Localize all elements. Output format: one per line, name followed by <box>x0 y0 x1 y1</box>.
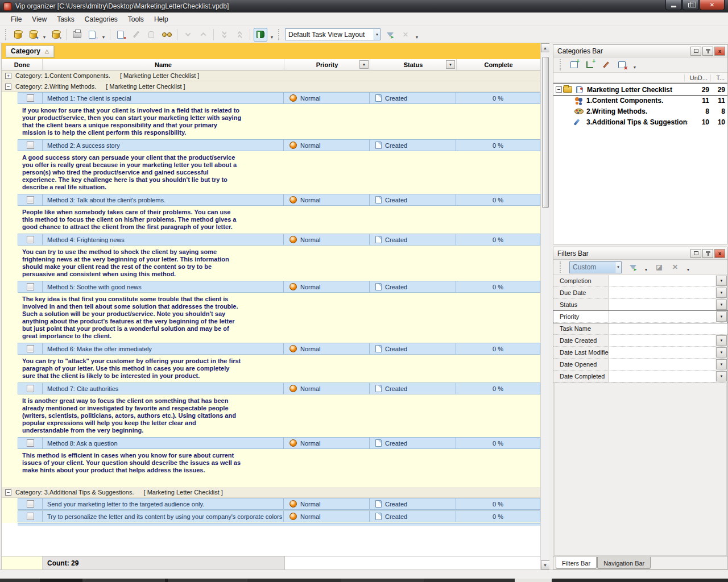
status-cell[interactable]: Created <box>370 140 456 151</box>
priority-cell[interactable]: Normal <box>284 93 370 103</box>
status-cell[interactable]: Created <box>370 343 456 354</box>
done-checkbox[interactable] <box>27 500 34 508</box>
filter-value-field[interactable] <box>609 275 715 286</box>
move-down-button[interactable] <box>181 28 195 41</box>
menu-item[interactable]: Categories <box>80 14 123 25</box>
done-checkbox[interactable] <box>27 385 34 392</box>
panel-close-button[interactable]: x <box>714 249 725 258</box>
task-name-cell[interactable]: Method 7: Cite authorities <box>43 383 284 394</box>
priority-cell[interactable]: Normal <box>284 498 370 509</box>
close-button[interactable]: ✕ <box>700 0 725 10</box>
layout-options-caret[interactable]: ▼ <box>414 28 420 41</box>
restore-button[interactable] <box>682 0 699 10</box>
categories-toolbar-caret[interactable]: ▼ <box>632 58 638 72</box>
group-by-category-chip[interactable]: Category △ <box>6 45 54 57</box>
move-up-button[interactable] <box>196 28 210 41</box>
done-checkbox[interactable] <box>27 283 34 290</box>
filter-dropdown-button[interactable]: ▼ <box>716 347 727 357</box>
task-name-cell[interactable]: Method 2: A success story <box>43 140 284 151</box>
task-row[interactable]: Method 8: Ask a question Normal Created … <box>2 437 540 450</box>
task-name-cell[interactable]: Try to personalize the letter and its co… <box>43 511 284 522</box>
task-name-cell[interactable]: Method 4: Frightening news <box>43 234 284 245</box>
priority-cell[interactable]: Normal <box>284 511 370 522</box>
expand-collapse-icon[interactable]: − <box>5 84 11 90</box>
view-layout-button[interactable] <box>254 28 267 41</box>
filter-row[interactable]: Date Last Modified ▼ <box>553 347 727 359</box>
filter-field-label[interactable]: Date Completed <box>553 371 609 382</box>
priority-filter-button[interactable]: ▼ <box>359 60 369 69</box>
print-preview-button[interactable]: ◌ <box>85 28 99 41</box>
complete-cell[interactable]: 0 % <box>456 498 540 509</box>
panel-restore-button[interactable] <box>690 249 701 258</box>
expand-collapse-icon[interactable]: + <box>5 73 11 79</box>
move-bottom-button[interactable] <box>217 28 231 41</box>
task-row[interactable]: Method 4: Frightening news Normal Create… <box>2 234 540 246</box>
filter-value-field[interactable] <box>609 335 715 346</box>
apply-layout-button[interactable] <box>383 28 397 41</box>
print-button[interactable] <box>70 28 84 41</box>
category-group-row[interactable]: + Category: 1.Content Components. [ Mark… <box>2 70 540 81</box>
filter-row[interactable]: Date Opened ▼ <box>553 359 727 371</box>
status-filter-button[interactable]: ▼ <box>446 60 455 69</box>
filter-value-field[interactable] <box>609 299 715 310</box>
erase-filter-button[interactable]: ◪ <box>653 261 665 273</box>
task-name-cell[interactable]: Method 5: Soothe with good news <box>43 281 284 292</box>
task-row[interactable]: Method 2: A success story Normal Created… <box>2 139 540 152</box>
filter-dropdown-button[interactable]: ▼ <box>716 359 727 369</box>
status-cell[interactable]: Created <box>370 194 456 205</box>
task-row[interactable]: Method 1: The client is special Normal C… <box>2 92 540 105</box>
panel-tab[interactable]: Filters Bar <box>556 557 597 569</box>
filter-value-field[interactable] <box>609 323 727 334</box>
done-checkbox[interactable] <box>27 142 34 149</box>
done-checkbox[interactable] <box>27 439 34 447</box>
category-tree-item[interactable]: − Marketing Letter Checklist 29 29 <box>553 84 727 95</box>
filter-dropdown-button[interactable]: ▼ <box>716 276 727 286</box>
task-row[interactable]: Method 3: Talk about the client's proble… <box>2 194 540 206</box>
priority-cell[interactable]: Normal <box>284 234 370 245</box>
new-subcategory-button[interactable]: + <box>584 59 595 70</box>
vertical-scrollbar[interactable]: ▲ ▼ <box>540 43 549 569</box>
column-header-priority[interactable]: Priority▼ <box>284 59 370 70</box>
complete-cell[interactable]: 0 % <box>456 511 540 522</box>
combo-dropdown-icon[interactable]: ▼ <box>615 262 621 273</box>
filter-value-field[interactable] <box>609 371 715 382</box>
priority-cell[interactable]: Normal <box>284 343 370 354</box>
task-name-cell[interactable]: Method 1: The client is special <box>43 93 284 103</box>
partially-visible-task-row[interactable] <box>18 523 540 526</box>
filter-value-field[interactable] <box>609 311 715 322</box>
category-tree-item[interactable]: 2.Writing Methods. 8 8 <box>553 106 727 117</box>
find-task-button[interactable] <box>160 28 173 41</box>
new-category-button[interactable]: + <box>568 59 580 70</box>
task-row[interactable]: Send your marketing letter to the target… <box>2 498 540 510</box>
filters-toolbar-caret[interactable]: ▼ <box>685 260 691 274</box>
status-cell[interactable]: Created <box>370 93 456 103</box>
status-cell[interactable]: Created <box>370 281 456 292</box>
filter-field-label[interactable]: Priority <box>553 311 609 322</box>
view-layout-caret[interactable]: ▼ <box>269 28 275 41</box>
scroll-down-button[interactable]: ▼ <box>541 560 550 569</box>
undone-column-header[interactable]: UnD... <box>684 74 710 81</box>
panel-tab[interactable]: Navigation Bar <box>597 557 651 569</box>
filter-field-label[interactable]: Due Date <box>553 287 609 298</box>
scrollbar-thumb[interactable] <box>542 57 549 208</box>
status-cell[interactable]: Created <box>370 234 456 245</box>
filter-value-field[interactable] <box>609 359 715 370</box>
panel-pin-button[interactable] <box>702 47 713 56</box>
priority-cell[interactable]: Normal <box>284 281 370 292</box>
filter-field-label[interactable]: Status <box>553 299 609 310</box>
new-database-button[interactable] <box>11 28 24 41</box>
task-row[interactable]: Method 6: Make the offer immediately Nor… <box>2 343 540 355</box>
done-checkbox[interactable] <box>27 345 34 352</box>
menu-item[interactable]: View <box>27 14 52 25</box>
panel-restore-button[interactable] <box>690 47 701 56</box>
new-task-button[interactable]: ● <box>114 28 127 41</box>
category-group-row[interactable]: − Category: 2.Writing Methods. [ Marketi… <box>2 81 540 92</box>
filter-dropdown-button[interactable]: ▼ <box>716 288 727 298</box>
filter-value-field[interactable] <box>609 287 715 298</box>
task-row[interactable]: Method 5: Soothe with good news Normal C… <box>2 281 540 293</box>
category-tree-item[interactable]: 3.Additional Tips & Suggestions 10 10 <box>553 117 727 127</box>
column-header-done[interactable]: Done <box>2 59 43 70</box>
task-row[interactable]: Method 7: Cite authorities Normal Create… <box>2 383 540 395</box>
drag-task-button[interactable] <box>144 28 158 41</box>
task-name-cell[interactable]: Method 3: Talk about the client's proble… <box>43 194 284 205</box>
